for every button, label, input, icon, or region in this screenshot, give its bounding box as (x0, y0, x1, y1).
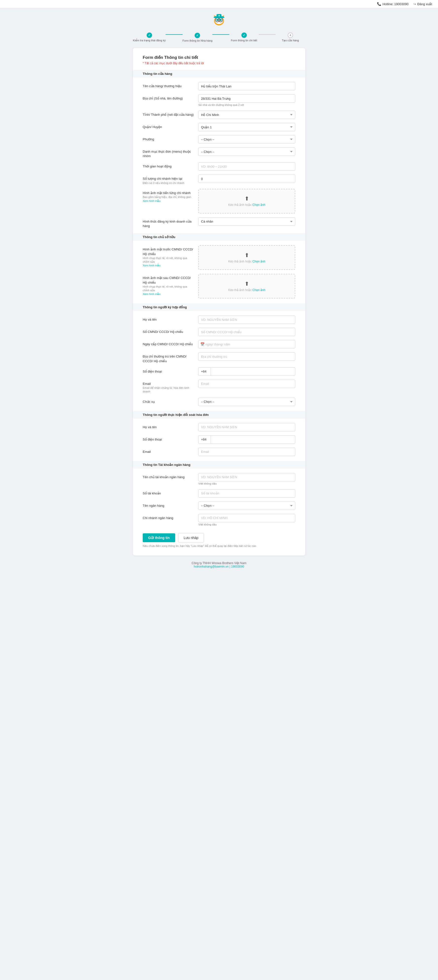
contract-role-select[interactable]: – Chọn – Giám đốc Chủ hộ (198, 398, 295, 406)
upload-icon: ⬆ (244, 196, 249, 202)
invoice-phone-control: +84 (198, 435, 295, 444)
save-note: Nếu chưa điền xong thông tin, bạn hãy "L… (143, 544, 295, 547)
branch-count-row: Số lượng chi nhánh hiện tại Điền số 0 nế… (143, 175, 295, 185)
bank-number-input[interactable] (198, 489, 295, 498)
section-store-info: Thông tin cửa hàng (133, 70, 305, 78)
step-line-1 (166, 34, 182, 35)
contract-role-label: Chức vụ (143, 398, 194, 404)
step-2: ✓ Form thông tin Nhà hàng (182, 33, 213, 42)
contract-name-control (198, 315, 295, 324)
district-control: Quận 1 (198, 123, 295, 131)
branch-count-input[interactable] (198, 175, 295, 183)
id-front-upload-box[interactable]: ⬆ Kéo thả ảnh hoặc Chọn ảnh (198, 245, 295, 270)
id-front-choose-link[interactable]: Chọn ảnh (252, 260, 265, 263)
province-control: Hồ Chí Minh (198, 111, 295, 119)
logo-wrap: ★ (133, 13, 305, 29)
ward-select[interactable]: – Chọn – (198, 135, 295, 143)
step-3: ✓ Form thông tin chi tiết (229, 32, 259, 42)
store-name-label: Tên cửa hàng/ thương hiệu (143, 82, 194, 88)
svg-point-9 (217, 19, 218, 21)
store-name-row: Tên cửa hàng/ thương hiệu (143, 82, 295, 91)
id-back-upload-box[interactable]: ⬆ Kéo thả ảnh hoặc Chọn ảnh (198, 274, 295, 298)
bank-owner-label: Tên chủ tài khoản ngân hàng (143, 473, 194, 479)
bank-name-control: – Chọn – Vietcombank Techcombank ACB (198, 501, 295, 510)
invoice-name-input[interactable] (198, 423, 295, 431)
invoice-phone-label: Số điện thoại (143, 435, 194, 442)
biz-form-select[interactable]: Cá nhân Hộ kinh doanh Công ty (198, 218, 295, 226)
bank-branch-row: Chi nhánh ngân hàng Viết không dấu (143, 514, 295, 526)
contract-email-label: Email Email để nhận chứng từ, hóa đơn ki… (143, 380, 194, 394)
menu-select[interactable]: – Chọn – (198, 148, 295, 156)
ward-control: – Chọn – (198, 135, 295, 143)
contract-id-date-label: Ngày cấp CMND/ CCCD/ Hộ chiếu (143, 340, 194, 347)
invoice-phone-input[interactable] (211, 435, 295, 444)
section-contract-person: Thông tin người ký hợp đồng (133, 303, 305, 311)
section-owner-info: Thông tin chủ sở hữu (133, 233, 305, 241)
hours-input[interactable] (198, 162, 295, 171)
contract-name-label: Họ và tên (143, 315, 194, 322)
contract-email-input[interactable] (198, 380, 295, 388)
id-front-link[interactable]: Xem hình mẫu (143, 264, 194, 267)
id-back-choose-link[interactable]: Chọn ảnh (252, 288, 265, 292)
bank-name-select[interactable]: – Chọn – Vietcombank Techcombank ACB (198, 501, 295, 510)
menu-row: Danh mục thực đơn (menu) thuộc nhóm – Ch… (143, 148, 295, 158)
contract-address-input[interactable] (198, 352, 295, 361)
address-control: Số nhà và tên đường không quá 2 xét (198, 94, 295, 107)
province-select[interactable]: Hồ Chí Minh (198, 111, 295, 119)
contract-id-control (198, 328, 295, 336)
invoice-name-label: Họ và tên (143, 423, 194, 430)
id-back-link[interactable]: Xem hình mẫu (143, 292, 194, 296)
hours-label: Thời gian hoạt động (143, 162, 194, 169)
contract-phone-input[interactable] (211, 368, 295, 376)
logout-button[interactable]: ↪ Đăng xuất (413, 2, 432, 6)
submit-button[interactable]: Gửi thông tin (143, 533, 175, 542)
date-input-wrap: 📅 (198, 340, 295, 348)
footer-company: Công ty TNHH Woowa Brothers Việt Nam (133, 562, 305, 565)
hours-row: Thời gian hoạt động (143, 162, 295, 171)
bank-name-label: Tên ngân hàng (143, 501, 194, 508)
contract-name-input[interactable] (198, 315, 295, 324)
step-4: 4 Tạo cửa hàng (276, 32, 305, 42)
bank-number-row: Số tài khoản (143, 489, 295, 498)
contract-phone-label: Số điện thoại (143, 368, 194, 374)
menu-label: Danh mục thực đơn (menu) thuộc nhóm (143, 148, 194, 158)
contract-id-date-input[interactable] (198, 340, 295, 348)
address-input[interactable] (198, 94, 295, 103)
contract-email-row: Email Email để nhận chứng từ, hóa đơn ki… (143, 380, 295, 394)
invoice-email-input[interactable] (198, 448, 295, 456)
storefront-choose-link[interactable]: Chọn ảnh (252, 203, 265, 207)
storefront-upload-box[interactable]: ⬆ Kéo thả ảnh hoặc Chọn ảnh (198, 189, 295, 213)
id-back-control: ⬆ Kéo thả ảnh hoặc Chọn ảnh (198, 274, 295, 298)
id-front-row: Hình ảnh mặt trước CMND/ CCCD/ Hộ chiếu … (143, 245, 295, 270)
contract-role-row: Chức vụ – Chọn – Giám đốc Chủ hộ (143, 398, 295, 406)
footer-contact[interactable]: hotronhahang@baemin.vn | 19003090 (133, 565, 305, 568)
step-circle-1: ✓ (147, 32, 152, 38)
district-select[interactable]: Quận 1 (198, 123, 295, 131)
bank-number-label: Số tài khoản (143, 489, 194, 496)
storefront-photo-link[interactable]: Xem hình mẫu (143, 199, 194, 203)
invoice-phone-row: Số điện thoại +84 (143, 435, 295, 444)
biz-form-row: Hình thức đăng ký kinh doanh cửa hàng Cá… (143, 218, 295, 228)
contract-id-row: Số CMND/ CCCD/ Hộ chiếu (143, 328, 295, 336)
contract-id-date-control: 📅 (198, 340, 295, 348)
store-name-control (198, 82, 295, 91)
step-line-3 (259, 34, 276, 35)
contract-role-control: – Chọn – Giám đốc Chủ hộ (198, 398, 295, 406)
bank-owner-input[interactable] (198, 473, 295, 481)
hotline: 📞 Hotline: 19003090 (377, 2, 408, 6)
bank-owner-row: Tên chủ tài khoản ngân hàng Viết không d… (143, 473, 295, 485)
step-label-2: Form thông tin Nhà hàng (182, 39, 213, 42)
required-note: * Tất cả các mục dưới đây đều bắt buộc t… (143, 62, 295, 65)
svg-text:★: ★ (218, 14, 220, 17)
bank-branch-input[interactable] (198, 514, 295, 522)
upload-back-icon: ⬆ (244, 281, 249, 287)
contract-id-input[interactable] (198, 328, 295, 336)
step-line-2 (213, 34, 229, 35)
invoice-email-control (198, 448, 295, 456)
main-container: ★ ✓ Kiểm tra trạng thái đăng ký ✓ Form t… (133, 8, 305, 587)
biz-form-control: Cá nhân Hộ kinh doanh Công ty (198, 218, 295, 226)
store-name-input[interactable] (198, 82, 295, 91)
address-hint: Số nhà và tên đường không quá 2 xét (198, 103, 295, 107)
save-draft-button[interactable]: Lưu nháp (178, 533, 204, 542)
button-wrap: Gửi thông tin Lưu nháp (143, 533, 295, 542)
